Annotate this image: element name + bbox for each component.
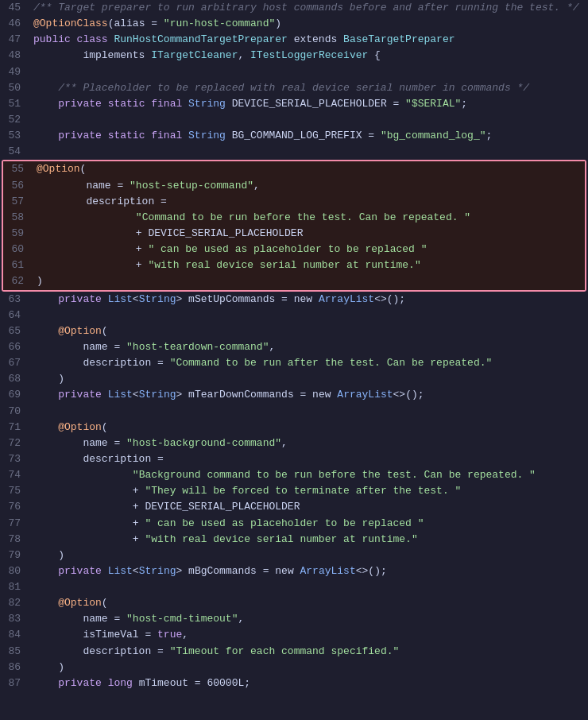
token: ,	[269, 341, 275, 353]
token	[33, 469, 133, 481]
line-content: + DEVICE_SERIAL_PLACEHOLDER	[33, 226, 585, 242]
line-number: 52	[0, 112, 30, 128]
token: name =	[33, 613, 126, 625]
token: (	[80, 163, 87, 175]
code-line: 60 + " can be used as placeholder to be …	[3, 242, 585, 257]
code-line: 85 description = "Timeout for each comma…	[0, 644, 588, 660]
line-content: @Option(	[30, 595, 588, 611]
token: @Option	[58, 421, 102, 433]
token: > mBgCommands = new	[176, 565, 300, 577]
line-number: 55	[3, 161, 33, 177]
token: ;	[461, 98, 467, 110]
code-line: 51 private static final String DEVICE_SE…	[0, 96, 588, 112]
token: > mTearDownCommands = new	[176, 389, 337, 401]
line-number: 59	[3, 226, 33, 242]
token: + DEVICE_SERIAL_PLACEHOLDER	[33, 501, 300, 513]
line-number: 51	[0, 96, 30, 112]
token: String	[188, 98, 226, 110]
token: extends	[288, 33, 343, 45]
token: <>();	[393, 389, 424, 401]
token: List	[108, 293, 133, 305]
line-content: private static final String BG_COMMAND_L…	[30, 128, 588, 144]
token: +	[33, 517, 145, 529]
token: <>();	[356, 565, 387, 577]
line-number: 63	[0, 292, 30, 308]
token: "host-setup-command"	[130, 180, 253, 192]
line-number: 57	[3, 194, 33, 210]
token	[33, 389, 58, 401]
token	[33, 98, 58, 110]
token: "host-teardown-command"	[126, 341, 269, 353]
code-line: 72 name = "host-background-command",	[0, 435, 588, 451]
token: + DEVICE_SERIAL_PLACEHOLDER	[37, 227, 303, 239]
token: +	[33, 485, 145, 497]
token: name =	[37, 180, 130, 192]
token	[33, 421, 58, 433]
line-number: 65	[0, 323, 30, 339]
code-line: 74 "Background command to be run before …	[0, 467, 588, 483]
line-number: 48	[0, 48, 30, 64]
code-line: 48 implements ITargetCleaner, ITestLogge…	[0, 48, 588, 64]
line-content: isTimeVal = true,	[30, 627, 588, 643]
line-content: name = "host-cmd-timeout",	[30, 611, 588, 627]
line-number: 81	[0, 579, 30, 595]
code-line: 63 private List<String> mSetUpCommands =…	[0, 292, 588, 308]
token: String	[139, 389, 176, 401]
code-line: 64	[0, 308, 588, 323]
line-content: name = "host-background-command",	[30, 435, 588, 451]
token	[33, 293, 58, 305]
token: +	[33, 533, 145, 545]
code-viewer: 45/** Target preparer to run arbitrary h…	[0, 0, 588, 720]
token: )	[33, 373, 64, 385]
line-number: 84	[0, 627, 30, 643]
token: /** Placeholder to be replaced with real…	[33, 82, 529, 94]
token: "run-host-command"	[164, 17, 275, 29]
line-number: 61	[3, 257, 33, 273]
code-line: 76 + DEVICE_SERIAL_PLACEHOLDER	[0, 499, 588, 515]
line-content: private long mTimeout = 60000L;	[30, 675, 588, 691]
line-content: )	[33, 273, 585, 289]
token: @Option	[58, 325, 102, 337]
token: @OptionClass	[33, 17, 108, 29]
code-line: 46@OptionClass(alias = "run-host-command…	[0, 16, 588, 32]
code-line: 81	[0, 579, 588, 595]
line-content: @OptionClass(alias = "run-host-command")	[30, 16, 588, 32]
code-line: 67 description = "Command to be run afte…	[0, 355, 588, 371]
line-content	[30, 308, 588, 323]
line-content: + DEVICE_SERIAL_PLACEHOLDER	[30, 499, 588, 515]
line-number: 87	[0, 675, 30, 691]
code-line: 69 private List<String> mTearDownCommand…	[0, 387, 588, 403]
line-number: 56	[3, 178, 33, 194]
token: (	[102, 325, 108, 337]
line-number: 62	[3, 273, 33, 289]
token: description =	[33, 357, 170, 369]
token: String	[188, 130, 226, 141]
token: ArrayList	[337, 389, 393, 401]
line-content: implements ITargetCleaner, ITestLoggerRe…	[30, 48, 588, 64]
token: List	[108, 389, 133, 401]
token: " can be used as placeholder to be repla…	[145, 517, 424, 529]
line-content: + " can be used as placeholder to be rep…	[30, 516, 588, 532]
line-number: 67	[0, 355, 30, 371]
code-line: 61 + "with real device serial number at …	[3, 257, 585, 273]
token: )	[33, 549, 64, 561]
code-line: 53 private static final String BG_COMMAN…	[0, 128, 588, 144]
line-number: 50	[0, 80, 30, 96]
line-content: )	[30, 371, 588, 387]
line-number: 86	[0, 660, 30, 675]
token: ,	[182, 629, 188, 641]
code-line: 49	[0, 64, 588, 80]
token: implements	[33, 49, 151, 61]
token: ITestLoggerReceiver	[250, 49, 368, 61]
code-line: 80 private List<String> mBgCommands = ne…	[0, 563, 588, 579]
token: <	[133, 389, 139, 401]
token: name =	[33, 437, 126, 449]
token: @Option	[37, 163, 80, 175]
token: "with real device serial number at runti…	[145, 533, 417, 545]
token: ,	[281, 437, 288, 449]
line-content: + "with real device serial number at run…	[30, 532, 588, 548]
code-line: 66 name = "host-teardown-command",	[0, 339, 588, 355]
line-number: 54	[0, 144, 30, 160]
code-line: 62)	[3, 273, 585, 289]
token: String	[139, 293, 176, 305]
